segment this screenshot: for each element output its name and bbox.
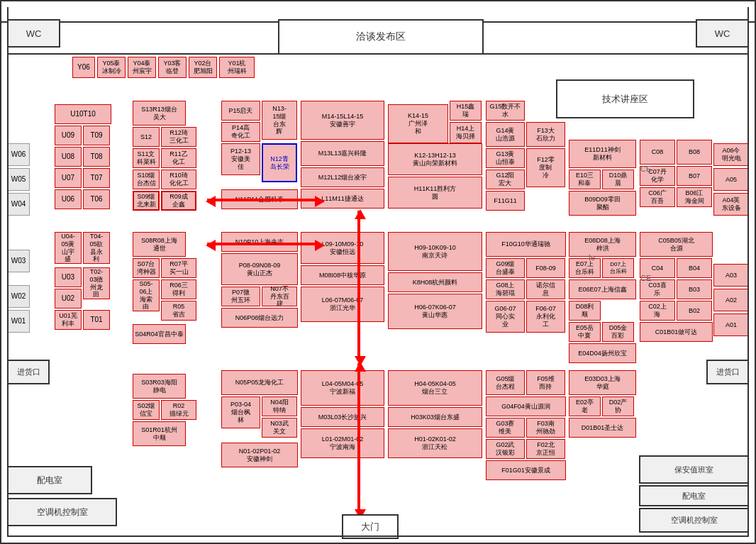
t01: T01 (83, 310, 110, 330)
m12l12: M12L12烟台凌宇 (301, 167, 384, 187)
f08-09: F08-09 (526, 258, 565, 278)
f02: F02北京正恒 (526, 439, 565, 459)
b03: B03 (677, 279, 712, 299)
f11g11: F11G11 (486, 191, 525, 211)
r11: R11乙化工 (161, 148, 196, 168)
r06: R06三得利 (161, 279, 196, 299)
guard-room: 保安值班室 (639, 455, 749, 484)
t08: T08 (83, 147, 110, 167)
arrow-head-up1 (355, 209, 366, 219)
noer: 诺尔信息 (526, 279, 565, 299)
a03: A03 (713, 264, 749, 287)
e03d03: E03D03上海华庭 (569, 370, 636, 395)
y04: Y04泰州宸宇 (128, 57, 156, 78)
t07: T07 (83, 168, 110, 188)
l01-02m01-02: L01-02M01-02宁波南海 (301, 428, 384, 458)
l06-07m06-07: L06-07M06-07浙江光华 (301, 287, 384, 322)
b07: B07 (677, 166, 712, 186)
f06-07: F06-07永利化工 (526, 301, 565, 333)
ce-label-2: CE (640, 165, 651, 173)
d05: D05金百彩 (602, 322, 634, 342)
main-hall: 洽谈发布区 (278, 19, 484, 55)
m03l03: M03L03长沙族兴 (301, 407, 384, 427)
a02: A02 (713, 289, 749, 311)
u04-05: U04-05黄山宇盛 (55, 232, 82, 264)
p07: P07微州五环 (221, 287, 260, 306)
g13: G13黄山恒泰 (486, 148, 525, 168)
s05-06: S05-06上海索由 (133, 279, 160, 311)
e05: E05岳中寰 (569, 322, 601, 342)
l09-10m09-10: L09-10M09-10安徽恒远 (301, 232, 384, 264)
g15: G15数开不水 (486, 101, 525, 121)
ac-room-right: 空调机控制室 (639, 508, 749, 533)
arrow-head-up2 (355, 362, 366, 372)
y06: Y06 (72, 57, 95, 78)
a04: A04英东设备 (713, 193, 749, 216)
h03k03: H03K03烟台东盛 (388, 407, 482, 427)
h04-05k04-05: H04-05K04-05烟台三立 (388, 370, 482, 406)
e02: E02亭老 (569, 396, 601, 416)
f05: F05维而持 (526, 370, 565, 395)
n13-15: N13-15烟台东辉 (262, 101, 297, 140)
a01: A01 (713, 313, 749, 336)
d08: D08利顺 (569, 301, 601, 321)
e11d11: E11D11神剑新材料 (569, 140, 636, 168)
k12-13h12-13: K12-13H12-13黄山向荣新材料 (388, 143, 482, 175)
w05: W05 (7, 168, 30, 191)
u07: U07 (55, 168, 82, 188)
y02: Y02台肥旭阳 (189, 57, 217, 78)
d10: D10鼎晨 (602, 170, 634, 189)
t02-03: T02-03德州龙田 (83, 267, 110, 299)
f13: F13大石欣力 (526, 122, 565, 147)
e06e0: E06E07上海信鑫 (569, 279, 636, 299)
h01-02k01-02: H01-02K01-02浙江天松 (388, 428, 482, 458)
arrow-h1 (207, 199, 317, 201)
u03: U03 (55, 267, 82, 287)
s09: S09烟北来新 (133, 191, 160, 211)
floor-plan: WC WC 洽谈发布区 技术讲座区 Y06 Y05泰冰制冷 Y04泰州宸宇 Y0… (0, 0, 756, 544)
w02: W02 (7, 285, 30, 308)
r12: R12琦三化工 (161, 127, 196, 147)
h06-07k06-07: H06-07K06-07黄山华惠 (388, 294, 482, 329)
arrow-h2 (207, 243, 317, 245)
a05: A05 (713, 168, 749, 191)
arrow-head-left1 (206, 196, 216, 207)
p12-13: P12-13安徽美佳 (221, 143, 260, 175)
h15: H15鑫瑞 (450, 101, 482, 121)
n03: N03武关文 (262, 418, 297, 438)
arrow-v1 (357, 211, 360, 360)
e08d08: E08D08上海梓洪 (569, 232, 636, 257)
u08: U08 (55, 147, 82, 167)
c05b05: C05B05湖北合源 (640, 232, 713, 257)
b02: B02 (677, 301, 712, 321)
l04-05m04-05: L04-05M04-05宁波新福 (301, 370, 384, 406)
c02: C02上海 (640, 301, 675, 321)
entrance-right: 进货口 (706, 360, 749, 384)
k8h08: K8H08杭州颜料 (388, 272, 482, 292)
c03: C03喜乐 (640, 279, 675, 299)
s13r13: S13R13烟台吴大 (133, 101, 186, 126)
b06: B06江海金间 (677, 187, 712, 207)
m08i08: M08I08中核华原 (301, 265, 384, 285)
power-room-right: 配电室 (639, 485, 749, 506)
r05: R05省吉 (161, 301, 196, 321)
r02: R02描绿元 (161, 400, 196, 420)
e04d04: E04D04扬州欣宝 (569, 343, 636, 363)
s11: S11文科菜科 (133, 148, 160, 168)
n05p05: N05P05龙海化工 (221, 370, 298, 395)
p03-04: P03-04烟台枫林 (221, 396, 260, 428)
h11k11: H11K11胜利方圆 (388, 177, 482, 209)
power-room-left: 配电室 (7, 466, 92, 494)
p10n10: N10P10上海央吉 (221, 232, 298, 252)
t06: T06 (83, 189, 110, 209)
wc-right: WC (696, 19, 749, 48)
f01g01: F01G01安徽景成 (486, 460, 566, 480)
h09-10k09-10: H09-10K09-10南京天诗 (388, 232, 482, 271)
g09: G09烟台盛泰 (486, 258, 525, 278)
w01: W01 (7, 310, 30, 333)
u10t10: U10T10 (55, 104, 111, 124)
e10: E10三和泰 (569, 170, 601, 189)
u09: U09 (55, 126, 82, 145)
g05: G05烟台杰程 (486, 370, 525, 395)
g04f04: G04F04黄山源润 (486, 396, 566, 416)
